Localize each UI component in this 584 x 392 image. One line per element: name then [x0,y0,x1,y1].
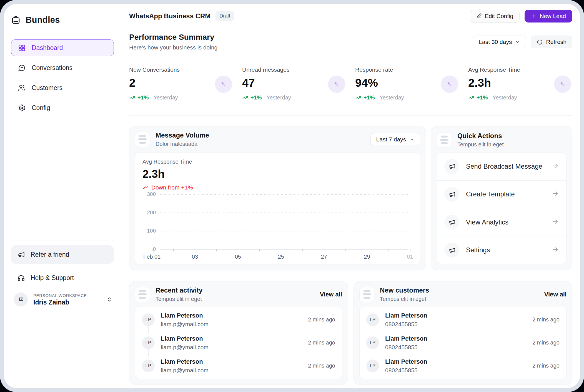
refer-a-friend-label: Refer a friend [31,251,69,258]
x-tick-label: 05 [235,254,241,260]
new-customers-titles: New customers Tempus elit in eget [380,286,429,302]
trending-down-icon [142,184,149,191]
stat-value: 94% [355,76,404,89]
timestamp: 2 mins ago [308,316,335,323]
person-email: liam.p@ymail.com [161,367,209,374]
timestamp: 2 mins ago [532,363,560,369]
quick-action-label: Create Template [466,190,515,198]
users-icon [18,84,26,92]
x-tick-label: 29 [364,254,370,260]
quick-actions-header: Quick Actions Tempus elit in eget [437,132,567,148]
stat-value: 2.3h [468,76,520,89]
person-phone: 0802455855 [385,367,427,374]
person-name: Liam Peterson [385,358,427,365]
edit-config-button[interactable]: Edit Config [470,10,520,23]
stat-trend: +1% Yesterday [468,94,520,101]
new-customers-header-left: New customers Tempus elit in eget [359,286,429,302]
workspace-meta: PERSONAL WORKSPACE Idris Zainab [33,293,106,306]
person-meta: Liam Peterson liam.p@ymail.com [161,358,209,374]
person-meta: Liam Peterson liam.p@ymail.com [161,335,209,351]
quick-action-send-broadcast[interactable]: Send Broadcast Message [437,153,566,180]
card-title: Quick Actions [457,132,504,140]
page-title: WhatsApp Business CRM [129,12,210,20]
sidebar-item-label: Conversations [32,64,72,72]
y-tick-label: 300 [142,191,156,197]
refresh-icon [537,39,543,45]
date-range-dropdown[interactable]: Last 30 days [473,36,526,48]
sidebar-item-label: Customers [32,84,62,92]
stat-label: Response rate [355,66,404,73]
card-subtitle: Dolor malesuada [156,141,209,147]
megaphone-icon [17,251,25,258]
sidebar-item-conversations[interactable]: Conversations [11,59,114,76]
view-all-link[interactable]: View all [320,291,342,298]
view-all-link[interactable]: View all [544,291,567,298]
quick-action-settings[interactable]: Settings [437,236,566,264]
new-lead-button[interactable]: New Lead [525,10,572,23]
help-support-button[interactable]: Help & Support [11,270,114,285]
person-phone: 0802455855 [385,344,427,351]
x-tick-label: Feb 01 [143,254,161,260]
stat-unread-messages: Unread messages 47 +1% Yesterday [242,66,355,102]
x-tick-label: 01 [407,254,413,260]
quick-actions-card: Quick Actions Tempus elit in eget Send B… [431,126,572,270]
stat-value: 2 [129,76,180,89]
headset-icon [17,274,25,282]
stat-value: 47 [242,76,291,89]
sidebar-nav: Dashboard Conversations Customers Config [11,39,114,116]
workspace-name: Idris Zainab [33,299,106,306]
refer-a-friend-button[interactable]: Refer a friend [11,245,114,264]
customer-row: LP Liam Peterson 0802455855 2 mins ago [366,332,560,353]
person-name: Liam Peterson [385,335,427,342]
recent-activity-header-left: Recent activity Tempus elit in eget [135,286,202,302]
stat-trend-value: +1% [364,94,375,101]
megaphone-icon [444,243,459,258]
workspace-selector[interactable]: IZ PERSONAL WORKSPACE Idris Zainab [11,293,114,306]
app-logo: Bundles [11,14,114,26]
stat-bubble [328,76,345,93]
sidebar-item-dashboard[interactable]: Dashboard [11,39,114,56]
stat-label: New Conversations [129,66,180,73]
app-window: Bundles Dashboard Conversations Customer… [4,4,580,388]
activity-row: LP Liam Peterson liam.p@ymail.com 2 mins… [142,332,335,353]
line-chart: 300 200 100 0 [142,194,413,261]
sidebar: Bundles Dashboard Conversations Customer… [4,4,121,388]
quick-action-create-template[interactable]: Create Template [437,180,566,208]
message-volume-card: Message Volume Dolor malesuada Last 7 da… [129,126,426,270]
stat-trend-value: +1% [477,94,488,101]
help-support-label: Help & Support [31,274,74,282]
edit-config-label: Edit Config [485,13,513,19]
recent-activity-card: Recent activity Tempus elit in eget View… [129,281,348,384]
customer-row: LP Liam Peterson 0802455855 2 mins ago [366,309,560,330]
megaphone-icon [444,159,459,174]
y-tick-label: 200 [142,209,156,216]
timestamp: 2 mins ago [532,316,560,323]
x-tick-label: 25 [278,254,284,260]
stat-bubble [554,76,571,93]
recent-activity-header: Recent activity Tempus elit in eget View… [135,286,342,302]
activity-row: LP Liam Peterson liam.p@ymail.com 2 mins… [142,309,335,330]
card-subtitle: Tempus elit in eget [156,296,202,302]
stat-trend-period: Yesterday [154,94,178,101]
card-title: Recent activity [156,286,202,294]
timestamp: 2 mins ago [308,339,335,346]
trending-up-icon [355,95,361,101]
quick-action-view-analytics[interactable]: View Analytics [437,208,566,236]
person-name: Liam Peterson [161,312,209,319]
stat-trend: +1% Yesterday [355,94,404,101]
sidebar-item-config[interactable]: Config [11,99,114,116]
refresh-button[interactable]: Refresh [531,36,572,48]
chart-metric-value: 2.3h [142,168,413,180]
stat-label: Unread messages [242,66,291,73]
customer-row: LP Liam Peterson 0802455855 2 mins ago [366,355,560,376]
stat-trend-value: +1% [137,94,149,101]
topbar: WhatsApp Business CRM Draft Edit Config … [121,4,580,28]
sidebar-item-customers[interactable]: Customers [11,79,114,96]
sidebar-divider [11,241,114,241]
stat-trend-period: Yesterday [380,94,404,101]
avatar: LP [142,359,155,372]
chart-range-dropdown[interactable]: Last 7 days [370,133,420,146]
person-name: Liam Peterson [385,312,427,319]
stat-response-rate: Response rate 94% +1% Yesterday [355,66,468,102]
avatar: LP [366,336,379,349]
